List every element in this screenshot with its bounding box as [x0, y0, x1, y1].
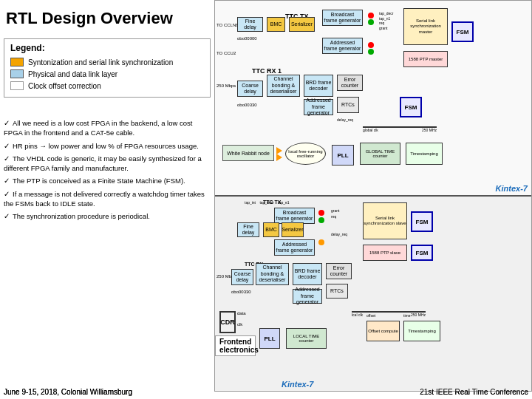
legend-color-physical [10, 69, 24, 78]
channel-bonding-top: Channel bonding & deserialiser [267, 75, 300, 97]
legend-item-syntonization: Syntonization and serial link synchroniz… [10, 58, 204, 66]
fsm-middle: FSM [400, 97, 422, 117]
ttc-rx1-label: TTC RX 1 [252, 67, 282, 75]
diagram-area: Backend electronics TTC TX TO CCLN8 TO C… [214, 0, 532, 392]
pll-top: PLL [332, 145, 354, 166]
title-area: RTL Design Overview [0, 0, 214, 37]
obo-label-top: obo00000 [237, 36, 257, 41]
legend-label-syntonization: Syntonization and serial link synchroniz… [28, 58, 173, 66]
coarse-delay-block: Coarse delay [237, 81, 263, 97]
osc-box-top: local free-running oscillator [285, 143, 326, 165]
fsm-bottom-slave: FSM [411, 245, 433, 261]
traffic-light-red2-top [368, 42, 374, 48]
footer-conference-date: June 9-15, 2018, Colonial Williamsburg [4, 388, 132, 396]
brd-frame-decoder-bottom: BRD frame decoder [293, 263, 322, 285]
legend-title: Legend: [10, 43, 204, 53]
mbps-label-top: 250 Mbps [216, 83, 236, 88]
serializer-block: Serializer [289, 17, 315, 32]
traffic-light-green-bottom [318, 217, 324, 223]
pll-bottom: PLL [259, 328, 280, 349]
legend-label-clock: Clock offset correction [28, 82, 101, 90]
addressed-frame-gen-bottom: Addressed frame generator [274, 239, 315, 256]
fine-delay-block: Fine delay [237, 17, 263, 32]
obo330-bottom: obo00330 [231, 290, 251, 294]
traffic-light-orange-bottom [318, 239, 324, 245]
addressed-frame-bottom-rx: Addressed frame generator [293, 289, 322, 304]
data-label: data [237, 311, 246, 316]
global-time-counter: GLOBAL TIME counter [360, 143, 400, 165]
page-title: RTL Design Overview [6, 10, 173, 27]
diagram-bottom-section: tap_int tap_decr tap_e1 Broadcast frame … [215, 197, 531, 392]
kintex-label-top: Kintex-7 [496, 184, 528, 193]
traffic-light-green-top [368, 19, 374, 25]
frontend-label: Frontend electronics [215, 335, 256, 356]
footer-conference-name: 21st IEEE Real Time Conference [420, 388, 528, 396]
legend-color-syntonization [10, 58, 24, 66]
fsm-bottom-right: FSM [411, 211, 433, 232]
footer: June 9-15, 2018, Colonial Williamsburg 2… [4, 388, 528, 396]
fine-delay-bottom: Fine delay [237, 222, 259, 237]
error-counter-top: Error counter [337, 75, 363, 91]
addressed-frame-top-rx: Addressed frame generator [304, 99, 333, 115]
legend-label-physical: Physical and data link layer [28, 70, 117, 78]
traffic-light-red-bottom [318, 210, 324, 216]
ttc-tx-bottom-label: TTC TX [263, 200, 282, 205]
diagram-top-section: TTC TX TO CCLN8 TO CCU2 Fine delay BMC S… [215, 1, 531, 197]
wr-node: White Rabbit node [222, 145, 274, 161]
traffic-light-red-top [368, 13, 374, 18]
ptp-slave: 1588 PTP slave [363, 245, 407, 261]
bullet-6: ✓The synchronization procedure is period… [4, 211, 211, 221]
to-ccln8-label: TO CCLN8 [216, 23, 239, 27]
grant-req-labels: grant req [331, 208, 339, 219]
bullet-1: ✓All we need is a low cost FPGA in the b… [4, 118, 211, 138]
error-counter-bottom: Error counter [326, 263, 352, 279]
tap-labels-top: tap_decr tap_n1 req grant [379, 11, 393, 30]
ptp-master: 1588 PTP master [403, 51, 448, 67]
serial-sync-master: Serial link synchronization master [403, 8, 448, 45]
timestamp-bottom: Timestamping [403, 321, 440, 341]
bullet-2: ✓HR pins → low power and low % of FPGA r… [4, 141, 211, 151]
channel-bonding-bottom: Channel bonding & deserialiser [256, 263, 289, 285]
cdr-box: CDR [219, 311, 236, 333]
bullet-5: ✓If a message is not delivered correctly… [4, 189, 211, 209]
serializer-bottom: Serializer [282, 222, 304, 237]
mhz-label-top: 250 MHz [422, 128, 437, 132]
obo330-label: obo00330 [237, 103, 257, 107]
legend-item-clock: Clock offset correction [10, 81, 204, 90]
legend-box: Legend: Syntonization and serial link sy… [4, 38, 211, 98]
coarse-delay-bottom: Coarse delay [231, 269, 253, 285]
main-text-area: ✓All we need is a low cost FPGA in the b… [4, 118, 211, 225]
bmc-bottom: BMC [263, 222, 279, 237]
global-clk-label: global clk [363, 128, 378, 132]
bullet-3: ✓The VHDL code is generic, it may be eas… [4, 154, 211, 174]
offset-compute: Offset compute [366, 321, 400, 341]
delay-req-bottom: delay_req [331, 232, 347, 236]
time-arrow-label: time [403, 313, 410, 318]
local-clk-label: lcal clk [352, 313, 363, 317]
legend-color-clock [10, 81, 24, 90]
traffic-light-green2-top [368, 49, 374, 55]
brd-frame-decoder-top: BRD frame decoder [304, 75, 333, 97]
addressed-frame-gen-top: Addressed frame generator [322, 38, 363, 54]
timestamp-top: Timestamping [406, 143, 443, 165]
triangle-connector-top2 [276, 154, 282, 161]
offset-arrow-label: offset [366, 313, 375, 318]
mhz-label-bottom: 250 MHz [411, 313, 426, 317]
bullet-4: ✓The PTP is conceived as a Finite State … [4, 176, 211, 185]
fsm-top-right: FSM [451, 21, 474, 42]
delay-req-label: delay_req [337, 117, 353, 122]
rtcs-bottom: RTCs [326, 284, 348, 299]
broadcast-frame-gen-bottom: Broadcast frame generator [274, 208, 315, 224]
broadcast-frame-gen: Broadcast frame generator [322, 10, 363, 26]
bmc-block: BMC [267, 17, 285, 32]
serial-sync-slave: Serial link synchronization slave [363, 202, 407, 239]
legend-item-physical: Physical and data link layer [10, 69, 204, 78]
local-time-counter: LOCAL TIME counter [286, 328, 327, 349]
to-ccu2-label: TO CCU2 [216, 51, 236, 55]
clk-label: clk [237, 322, 242, 327]
rtcs-top: RTCs [337, 97, 359, 113]
